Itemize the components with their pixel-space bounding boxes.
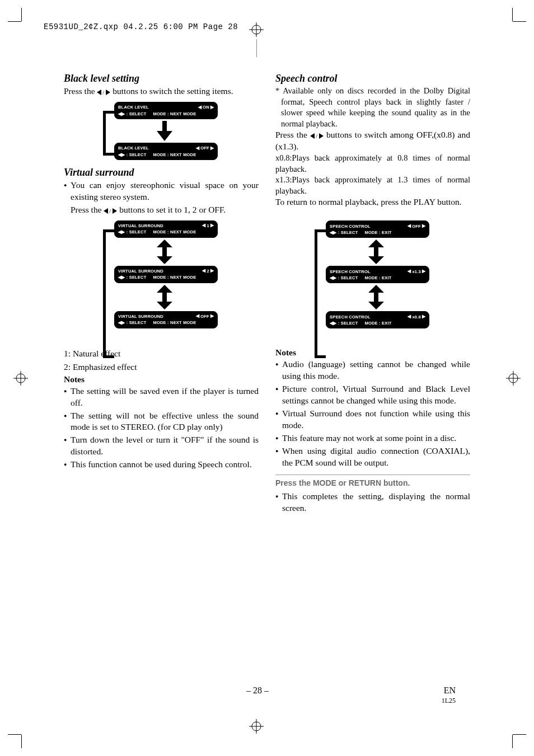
heading-black-level: Black level setting	[64, 73, 259, 84]
speech-x08-desc: x0.8:Plays back approximately at 0.8 tim…	[275, 153, 470, 175]
triangle-left-icon: ◀	[202, 223, 205, 228]
speech-control-diagram: SPEECH CONTROL◀OFF▶ ◀▶ : SELECTMODE : EX…	[275, 216, 470, 345]
triangle-left-icon: ◀	[407, 314, 411, 319]
registration-mark-icon	[506, 371, 521, 386]
left-right-arrow-icon: /	[310, 133, 324, 139]
crop-mark	[8, 734, 21, 735]
completion-note: This completes the setting, displaying t…	[275, 491, 470, 514]
crop-mark	[513, 21, 526, 22]
triangle-right-icon: ▶	[333, 321, 336, 326]
virtual-surround-notes: The setting will be saved even if the pl…	[64, 386, 259, 471]
svg-text:/: /	[316, 133, 318, 139]
step-instruction: Press the MODE or RETURN button.	[275, 478, 470, 487]
svg-marker-23	[157, 285, 172, 293]
arrow-up-down-icon	[157, 285, 172, 309]
svg-marker-16	[157, 131, 172, 141]
note-text: Picture control, Virtual Surround and Bl…	[275, 383, 470, 407]
triangle-left-icon: ◀	[196, 146, 199, 151]
osd-title: BLACK LEVEL	[118, 145, 149, 151]
note-text: The setting will be saved even if the pl…	[64, 386, 259, 409]
note-text: This feature may not work at some point …	[275, 433, 470, 444]
svg-marker-32	[368, 285, 384, 293]
registration-mark-icon	[249, 22, 264, 37]
triangle-right-icon: ▶	[121, 275, 125, 280]
left-column: Black level setting Press the / buttons …	[64, 73, 259, 515]
osd-title: VIRTUAL SURROUND	[118, 223, 163, 228]
osd-value: OFF	[200, 314, 209, 319]
osd-value: OFF	[412, 224, 421, 229]
svg-marker-22	[157, 256, 172, 264]
flow-loop-icon	[315, 229, 326, 358]
print-header: E5931UD_2¢Z.qxp 04.2.25 6:00 PM Page 28	[44, 22, 238, 31]
separator	[275, 475, 470, 476]
svg-marker-29	[368, 240, 384, 247]
osd-black-level-on: BLACK LEVEL◀ON▶ ◀▶ : SELECTMODE : NEXT M…	[114, 102, 218, 119]
svg-text:/: /	[102, 90, 105, 95]
osd-hint: MODE : NEXT MODE	[153, 229, 196, 234]
bullet-text: You can enjoy stereophonic visual space …	[64, 180, 259, 203]
black-level-instruction: Press the / buttons to switch the settin…	[64, 86, 259, 97]
osd-hint: : SELECT	[127, 275, 147, 280]
triangle-right-icon: ▶	[210, 223, 214, 228]
left-right-arrow-icon: /	[104, 208, 117, 214]
registration-mark-icon	[13, 371, 28, 386]
osd-virtual-surround-1: VIRTUAL SURROUND◀1▶ ◀▶ : SELECTMODE : NE…	[114, 220, 218, 238]
note-text: Audio (language) setting cannot be chang…	[275, 359, 470, 382]
page-code: 1L25	[442, 697, 456, 705]
triangle-right-icon: ▶	[333, 275, 336, 280]
triangle-right-icon: ▶	[210, 105, 214, 110]
osd-title: VIRTUAL SURROUND	[118, 314, 163, 319]
osd-title: SPEECH CONTROL	[330, 224, 371, 229]
osd-hint: MODE : NEXT MODE	[153, 320, 196, 325]
triangle-right-icon: ▶	[333, 230, 336, 235]
left-right-arrow-icon: /	[97, 90, 110, 95]
note-text: When using digital audio connection (COA…	[275, 445, 470, 469]
arrow-up-down-icon	[368, 240, 384, 264]
triangle-right-icon: ▶	[422, 269, 425, 274]
text: Press the	[71, 205, 104, 214]
osd-value: ON	[203, 105, 209, 110]
crop-mark	[512, 8, 513, 21]
arrow-up-down-icon	[157, 240, 172, 264]
triangle-left-icon: ◀	[407, 269, 411, 274]
osd-hint: MODE : NEXT MODE	[153, 152, 196, 157]
triangle-right-icon: ▶	[422, 224, 425, 228]
osd-virtual-surround-off: VIRTUAL SURROUND◀OFF▶ ◀▶ : SELECTMODE : …	[114, 311, 218, 328]
text: buttons to set it to 1, 2 or OFF.	[117, 205, 226, 214]
osd-value: 1	[207, 223, 209, 228]
svg-rect-24	[162, 292, 167, 303]
triangle-right-icon: ▶	[121, 111, 125, 116]
flow-loop-icon	[103, 229, 114, 358]
virtual-surround-instruction: Press the / buttons to set it to 1, 2 or…	[64, 204, 259, 216]
svg-text:/: /	[109, 208, 111, 214]
heading-speech-control: Speech control	[275, 73, 470, 84]
osd-hint: : SELECT	[338, 275, 358, 280]
svg-marker-25	[157, 302, 172, 309]
flow-loop-icon	[103, 111, 114, 156]
triangle-right-icon: ▶	[210, 314, 214, 318]
osd-speech-x13: SPEECH CONTROL◀x1.3▶ ◀▶ : SELECTMODE : E…	[326, 266, 429, 283]
svg-marker-31	[368, 256, 384, 264]
registration-mark-icon	[249, 719, 264, 734]
legend-2: 2: Emphasized effect	[64, 362, 259, 372]
osd-speech-x08: SPEECH CONTROL◀x0.8▶ ◀▶ : SELECTMODE : E…	[326, 311, 429, 328]
fold-mark	[256, 39, 257, 57]
speech-control-instruction: Press the / buttons to switch among OFF,…	[275, 129, 470, 153]
osd-value: x1.3	[412, 269, 420, 274]
triangle-right-icon: ▶	[210, 269, 214, 273]
crop-mark	[513, 734, 526, 735]
note-text: Virtual Surround does not function while…	[275, 408, 470, 431]
note-text: This function cannot be used during Spee…	[64, 459, 259, 471]
crop-mark	[8, 21, 21, 22]
crop-mark	[512, 735, 513, 748]
svg-rect-33	[374, 292, 378, 303]
arrow-up-down-icon	[368, 285, 384, 309]
osd-title: VIRTUAL SURROUND	[118, 269, 163, 274]
note-text: This completes the setting, displaying t…	[275, 491, 470, 514]
osd-title: BLACK LEVEL	[118, 105, 149, 110]
svg-rect-30	[374, 246, 378, 257]
osd-hint: MODE : EXIT	[364, 321, 391, 326]
osd-title: SPEECH CONTROL	[330, 269, 371, 274]
osd-virtual-surround-2: VIRTUAL SURROUND◀2▶ ◀▶ : SELECTMODE : NE…	[114, 266, 218, 283]
text: Press the	[64, 86, 97, 96]
